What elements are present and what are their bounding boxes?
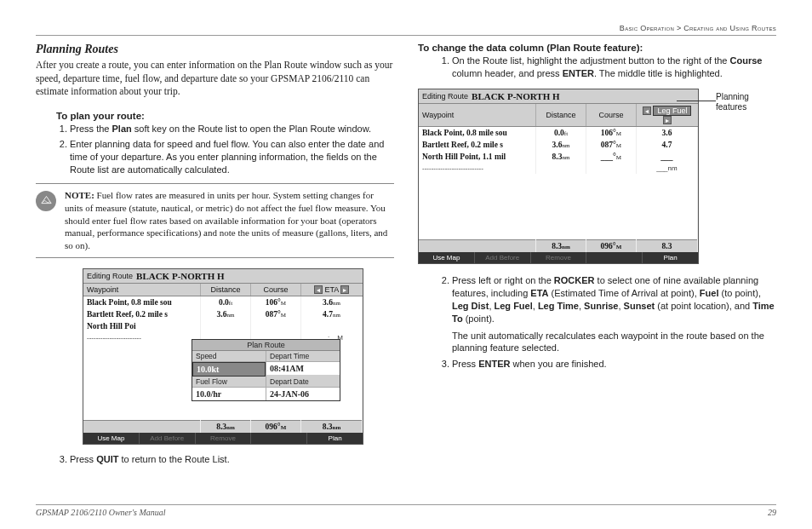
intro-text: After you create a route, you can enter …: [36, 59, 394, 99]
softkey-blank: [251, 433, 307, 444]
table-row: Bartlett Reef, 0.2 mile s 3.6nm 087°M 4.…: [83, 308, 363, 320]
callout-planning-features: Planning features: [716, 92, 776, 112]
step-1: On the Route list, highlight the adjustm…: [452, 55, 776, 80]
page-footer: GPSMAP 2106/2110 Owner's Manual 29: [36, 504, 776, 517]
col-waypoint: Waypoint: [83, 284, 201, 296]
softkey-plan[interactable]: Plan: [307, 433, 363, 444]
left-column: Planning Routes After you create a route…: [36, 43, 394, 469]
softkey-use-map[interactable]: Use Map: [419, 252, 475, 263]
arrow-left-icon[interactable]: ◂: [314, 285, 323, 294]
table-row: North Hill Poi: [83, 320, 363, 332]
table-row: Black Point, 0.8 mile sou 0.0ft 106°M 3.…: [419, 126, 698, 139]
gps-window-1-container: Editing Route BLACK P-NORTH H Waypoint D…: [83, 268, 394, 445]
subhead-data-column: To change the data column (Plan Route fe…: [418, 43, 776, 53]
popup-title: Plan Route: [192, 340, 340, 351]
breadcrumb: Basic Operation > Creating and Using Rou…: [36, 24, 776, 36]
softkey-remove[interactable]: Remove: [196, 433, 252, 444]
plan-route-steps: Press the Plan soft key on the Route lis…: [70, 123, 394, 176]
softkey-blank: [586, 252, 643, 263]
col-course: Course: [586, 104, 636, 127]
section-title: Planning Routes: [36, 43, 394, 56]
data-column-steps: On the Route list, highlight the adjustm…: [452, 55, 776, 80]
plan-route-steps-cont: Press QUIT to return to the Route List.: [70, 453, 394, 466]
col-course: Course: [250, 284, 300, 296]
speed-field[interactable]: 10.0kt: [192, 362, 266, 377]
totals-row: 8.3nm 096°M 8.3: [419, 240, 698, 253]
arrow-right-icon[interactable]: ▸: [340, 285, 349, 294]
gps-titlebar: Editing Route BLACK P-NORTH H: [83, 269, 363, 284]
subhead-plan-route: To plan your route:: [56, 111, 394, 121]
leg-fuel-highlight[interactable]: Leg Fuel: [653, 106, 691, 116]
depart-date-field[interactable]: 24-JAN-06: [266, 388, 340, 400]
softkey-use-map[interactable]: Use Map: [83, 433, 140, 444]
fuel-flow-label: Fuel Flow: [192, 377, 266, 388]
softkey-remove[interactable]: Remove: [531, 252, 587, 263]
breadcrumb-section: Basic Operation: [620, 24, 674, 32]
softkey-bar: Use Map Add Before Remove Plan: [83, 433, 363, 444]
totals-row: 8.3nm 096°M 8.3nm: [83, 420, 363, 433]
gps-window-2: Editing Route BLACK P-NORTH H Waypoint D…: [418, 89, 699, 265]
route-name: BLACK P-NORTH H: [136, 271, 225, 281]
softkey-bar: Use Map Add Before Remove Plan: [419, 252, 698, 263]
col-waypoint: Waypoint: [419, 104, 536, 127]
table-row: Bartlett Reef, 0.2 mile s 3.6nm 087°M 4.…: [419, 139, 698, 151]
softkey-plan[interactable]: Plan: [643, 252, 698, 263]
gps-route-table: Waypoint Distance Course ◂ Leg Fuel ▸ Bl…: [419, 104, 698, 253]
route-name: BLACK P-NORTH H: [472, 91, 560, 101]
col-eta: ◂ ETA ▸: [300, 284, 362, 296]
step-2: Enter planning data for speed and fuel f…: [70, 138, 394, 176]
softkey-add-before[interactable]: Add Before: [475, 252, 531, 263]
step-2: Press left or right on the ROCKER to sel…: [452, 274, 776, 354]
plan-route-popup: Plan Route Speed 10.0kt Depart Time 08:4…: [192, 339, 340, 401]
dash-row: ---------------------------___nm: [419, 163, 698, 174]
note-icon: [36, 191, 56, 211]
right-column: To change the data column (Plan Route fe…: [418, 43, 776, 469]
breadcrumb-page: Creating and Using Routes: [683, 24, 776, 32]
note-text: NOTE: Fuel flow rates are measured in un…: [65, 189, 391, 252]
depart-date-label: Depart Date: [266, 377, 340, 388]
arrow-left-icon[interactable]: ◂: [643, 106, 651, 115]
footer-title: GPSMAP 2106/2110 Owner's Manual: [36, 508, 166, 517]
col-distance: Distance: [201, 284, 251, 296]
step-1: Press the Plan soft key on the Route lis…: [70, 123, 394, 135]
arrow-right-icon[interactable]: ▸: [663, 116, 672, 124]
col-planning-feature: ◂ Leg Fuel ▸: [636, 104, 697, 127]
step-3: Press ENTER when you are finished.: [452, 358, 776, 371]
fuel-flow-field[interactable]: 10.0/hr: [192, 388, 266, 400]
depart-time-label: Depart Time: [266, 351, 340, 362]
data-column-steps-cont: Press left or right on the ROCKER to sel…: [452, 274, 776, 371]
gps-window-2-container: Editing Route BLACK P-NORTH H Waypoint D…: [418, 89, 776, 265]
note-box: NOTE: Fuel flow rates are measured in un…: [36, 183, 394, 258]
gps-titlebar: Editing Route BLACK P-NORTH H: [419, 89, 698, 104]
callout-line: [677, 101, 716, 101]
depart-time-field[interactable]: 08:41AM: [266, 362, 340, 375]
table-row: North Hill Point, 1.1 mil 8.3nm ___°M __…: [419, 151, 698, 163]
step-3: Press QUIT to return to the Route List.: [70, 453, 394, 466]
speed-label: Speed: [192, 351, 266, 362]
table-row: Black Point, 0.8 mile sou 0.0ft 106°M 3.…: [83, 296, 363, 309]
col-distance: Distance: [536, 104, 586, 127]
page-number: 29: [768, 508, 776, 517]
softkey-add-before[interactable]: Add Before: [140, 433, 196, 444]
